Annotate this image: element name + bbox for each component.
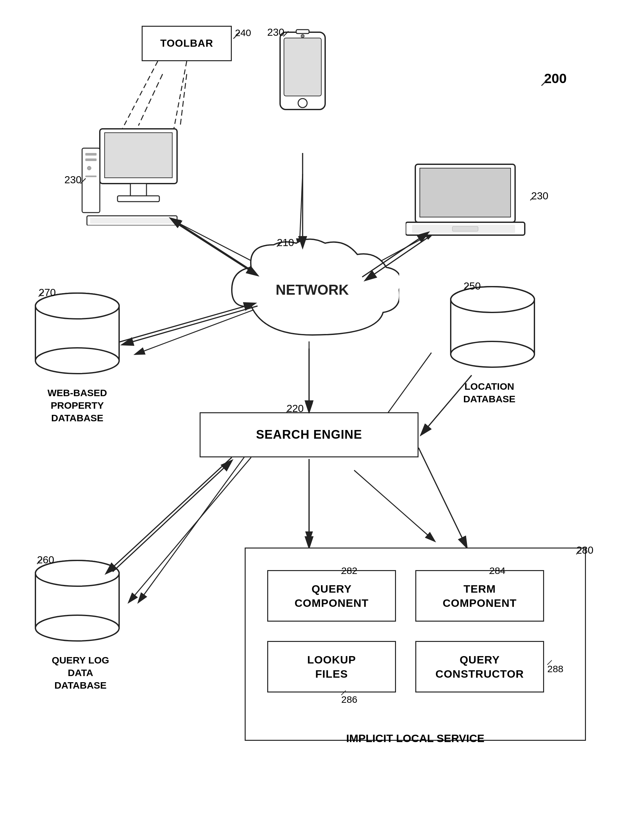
svg-line-2 [139, 74, 162, 126]
laptop-ref: 230 [531, 190, 548, 202]
svg-line-79 [174, 61, 187, 129]
svg-rect-23 [85, 175, 96, 177]
svg-line-59 [106, 457, 232, 573]
query-log-db-ref: 260 [37, 554, 54, 566]
svg-rect-25 [90, 218, 174, 224]
svg-line-5 [300, 174, 303, 248]
toolbar-label: TOOLBAR [160, 37, 213, 50]
query-constructor-box: QUERYCONSTRUCTOR [415, 641, 544, 693]
svg-rect-37 [452, 226, 478, 231]
toolbar-ref: 240 [235, 27, 251, 38]
toolbar-box: TOOLBAR [142, 26, 232, 61]
svg-point-29 [298, 99, 307, 107]
implicit-local-ref: 280 [576, 544, 593, 556]
web-db-label: WEB-BASEDPROPERTYDATABASE [19, 387, 135, 424]
query-component-ref: 282 [341, 565, 357, 576]
term-component-ref: 284 [489, 565, 505, 576]
svg-rect-17 [130, 183, 147, 196]
location-db-label: LOCATIONDATABASE [441, 380, 538, 405]
query-constructor-label: QUERYCONSTRUCTOR [435, 652, 524, 681]
search-engine-ref: 220 [287, 403, 304, 415]
svg-line-13 [354, 470, 435, 541]
location-db-icon [448, 283, 538, 374]
lookup-files-label: LOOKUPFILES [307, 652, 356, 681]
svg-rect-16 [105, 133, 172, 178]
web-db-ref: 270 [39, 287, 56, 298]
location-db-ref: 250 [464, 280, 481, 292]
svg-text:NETWORK: NETWORK [276, 282, 349, 298]
query-component-label: QUERYCOMPONENT [295, 582, 369, 610]
svg-rect-31 [296, 30, 309, 33]
svg-line-62 [418, 448, 467, 548]
svg-point-44 [451, 341, 535, 367]
term-component-box: TERMCOMPONENT [415, 570, 544, 622]
svg-line-78 [122, 61, 158, 129]
query-log-db-label: QUERY LOGDATADATABASE [22, 654, 139, 692]
network-cloud-icon: NETWORK [226, 238, 399, 348]
desktop-ref: 230 [65, 174, 82, 186]
query-log-db-icon [32, 557, 122, 647]
svg-line-3 [180, 74, 187, 126]
svg-rect-20 [85, 153, 96, 156]
implicit-local-service-label: IMPLICIT LOCAL SERVICE [287, 731, 544, 745]
svg-line-10 [139, 448, 251, 602]
svg-point-45 [451, 287, 535, 313]
mobile-phone-icon [267, 29, 338, 152]
svg-rect-21 [85, 158, 96, 161]
lookup-files-box: LOOKUPFILES [267, 641, 396, 693]
network-ref: 210 [277, 237, 294, 249]
laptop-icon [405, 161, 528, 245]
desktop-computer-icon [80, 122, 196, 226]
svg-point-49 [35, 348, 119, 374]
svg-point-54 [35, 615, 119, 641]
query-constructor-ref: 288 [547, 663, 563, 674]
svg-rect-19 [82, 148, 100, 213]
svg-rect-34 [420, 168, 511, 217]
svg-rect-28 [284, 38, 321, 96]
svg-point-22 [87, 166, 91, 170]
search-engine-box: SEARCH ENGINE [200, 412, 418, 457]
web-db-icon [32, 290, 122, 380]
main-ref: 200 [544, 71, 566, 86]
svg-line-60 [113, 461, 232, 572]
query-component-box: QUERYCOMPONENT [267, 570, 396, 622]
diagram-container: TOOLBAR 240 230 [0, 0, 631, 840]
term-component-label: TERMCOMPONENT [443, 582, 517, 610]
svg-point-30 [301, 35, 304, 38]
search-engine-label: SEARCH ENGINE [256, 427, 362, 442]
lookup-files-ref: 286 [341, 694, 357, 705]
svg-rect-18 [118, 196, 159, 202]
svg-line-11 [129, 457, 251, 602]
mobile-ref: 230 [267, 27, 284, 38]
